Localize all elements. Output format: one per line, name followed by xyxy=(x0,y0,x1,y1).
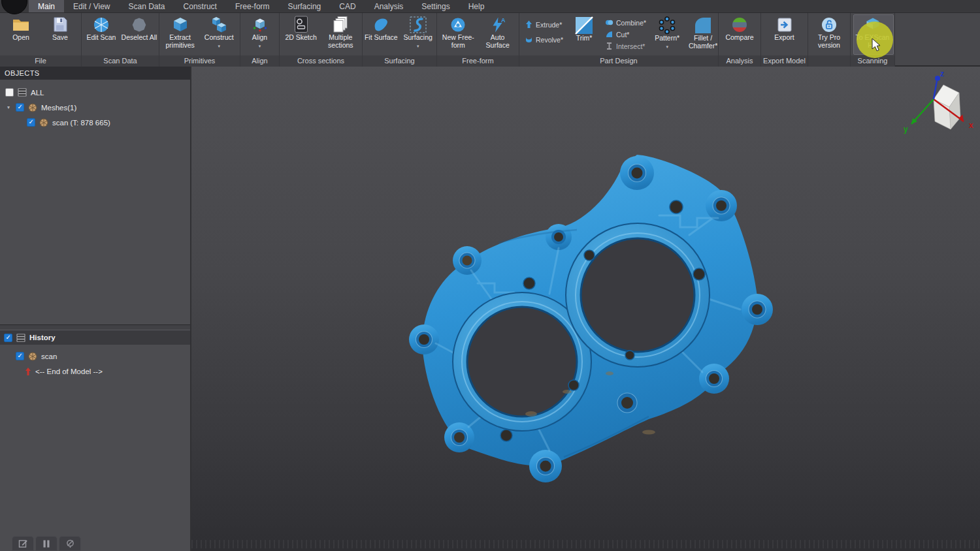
menu-tab-scan-data[interactable]: Scan Data xyxy=(120,0,174,12)
chevron-down-icon xyxy=(666,42,668,50)
scan-checkbox[interactable] xyxy=(27,118,35,127)
record-disabled-button[interactable] xyxy=(59,536,81,551)
menu-tab-cad[interactable]: CAD xyxy=(330,0,365,12)
group-caption-surfacing: Surfacing xyxy=(363,55,436,67)
history-item-scan[interactable]: scan xyxy=(16,349,190,364)
menu-tab-edit-view[interactable]: Edit / View xyxy=(64,0,119,12)
align-cube-icon xyxy=(252,15,269,34)
right-bore xyxy=(566,223,710,367)
menu-tab-free-form[interactable]: Free-form xyxy=(226,0,279,12)
menu-tab-surfacing[interactable]: Surfacing xyxy=(279,0,331,12)
ribbon-group-free-form: New Free-form A Auto Surface Free-form xyxy=(437,13,519,67)
try-pro-version-button[interactable]: Try Pro version xyxy=(811,15,847,50)
ribbon-group-scan-data: Edit Scan Deselect All Scan Data xyxy=(82,13,159,67)
group-caption-primitives: Primitives xyxy=(159,55,240,67)
menu-tab-analysis[interactable]: Analysis xyxy=(365,0,413,12)
surfacing-s-icon xyxy=(410,15,427,34)
pause-button[interactable] xyxy=(35,536,57,551)
menu-tab-construct[interactable]: Construct xyxy=(174,0,226,12)
free-form-recycle-icon xyxy=(449,15,466,34)
menu-tab-settings[interactable]: Settings xyxy=(412,0,459,12)
ribbon-group-surfacing: Fit Surface Surfacing Surfacing xyxy=(363,13,437,67)
compare-icon xyxy=(731,15,748,34)
intersect-icon xyxy=(605,42,613,50)
export-button[interactable]: Export xyxy=(766,15,803,42)
panel-divider[interactable] xyxy=(0,324,190,330)
deselect-all-button[interactable]: Deselect All xyxy=(121,15,157,42)
history-end-marker: <-- End of Model --> xyxy=(16,364,190,379)
extract-primitives-button[interactable]: Extract primitives xyxy=(162,15,199,50)
edit-note-button[interactable] xyxy=(12,536,34,551)
multiple-sections-button[interactable]: Multiple sections xyxy=(322,15,359,50)
construct-cubes-icon xyxy=(210,15,227,34)
group-caption-free-form: Free-form xyxy=(437,55,519,67)
fit-surface-button[interactable]: Fit Surface xyxy=(363,15,399,42)
app-logo-icon[interactable] xyxy=(1,0,27,14)
history-scan-checkbox[interactable] xyxy=(16,352,24,360)
open-button[interactable]: Open xyxy=(3,15,39,42)
all-checkbox[interactable] xyxy=(5,88,14,97)
intersect-button[interactable]: Intersect* xyxy=(605,42,646,50)
3d-viewport[interactable]: z x y xyxy=(191,67,980,551)
tree-expander-icon[interactable]: ▾ xyxy=(5,104,12,110)
edit-scan-icon xyxy=(93,15,110,34)
meshes-checkbox[interactable] xyxy=(16,103,24,112)
main-content: OBJECTS ALL ▾ Meshes(1) scan (T: 878 665… xyxy=(0,67,980,551)
edit-pencil-icon xyxy=(18,539,28,548)
chevron-down-icon xyxy=(218,42,221,50)
group-caption-align: Align xyxy=(240,55,279,67)
menu-tab-help[interactable]: Help xyxy=(459,0,494,12)
end-flag-icon xyxy=(25,367,31,376)
unlock-icon xyxy=(821,15,838,34)
ribbon-group-align: Align Align xyxy=(240,13,280,67)
group-caption-try-pro xyxy=(808,55,850,67)
pattern-dots-icon xyxy=(657,16,677,35)
ribbon-group-export-model: Export Export Model xyxy=(761,13,808,67)
align-button[interactable]: Align xyxy=(242,15,278,50)
ribbon-group-cross-sections: 2D Sketch Multiple sections Cross sectio… xyxy=(280,13,363,67)
sketch-pad-icon xyxy=(293,15,309,34)
mesh-icon xyxy=(39,118,48,127)
axis-triad[interactable]: z x y xyxy=(904,69,973,134)
history-checkbox[interactable] xyxy=(4,334,12,342)
trim-icon xyxy=(574,16,594,35)
cut-button[interactable]: Cut* xyxy=(605,30,646,39)
svg-text:A: A xyxy=(501,16,506,23)
tree-item-scan[interactable]: scan (T: 878 665) xyxy=(5,115,190,130)
new-free-form-button[interactable]: New Free-form xyxy=(440,15,476,50)
compare-button[interactable]: Compare xyxy=(721,15,758,42)
tree-item-meshes[interactable]: ▾ Meshes(1) xyxy=(5,100,190,115)
cut-icon xyxy=(605,30,613,39)
save-button[interactable]: Save xyxy=(42,15,78,42)
left-panel: OBJECTS ALL ▾ Meshes(1) scan (T: 878 665… xyxy=(0,67,191,551)
group-caption-export-model: Export Model xyxy=(761,55,808,67)
2d-sketch-button[interactable]: 2D Sketch xyxy=(283,15,319,42)
stacked-pages-icon xyxy=(332,15,349,34)
objects-panel-title: OBJECTS xyxy=(0,67,190,80)
surfacing-button[interactable]: Surfacing xyxy=(400,15,436,50)
edit-scan-button[interactable]: Edit Scan xyxy=(83,15,120,42)
revolve-button[interactable]: Revolve* xyxy=(525,35,563,44)
group-caption-cross-sections: Cross sections xyxy=(280,55,362,67)
history-header: History xyxy=(0,330,190,345)
deselect-all-icon xyxy=(131,15,148,34)
construct-button[interactable]: Construct xyxy=(201,15,237,50)
group-caption-part-design: Part Design xyxy=(519,55,718,67)
chevron-down-icon xyxy=(417,42,419,50)
scan-mesh-model[interactable]: z x y xyxy=(191,67,979,551)
lightning-bolt-icon: A xyxy=(489,15,506,34)
menu-bar: Main Edit / View Scan Data Construct Fre… xyxy=(0,0,980,13)
pause-icon xyxy=(42,539,50,548)
ribbon-group-primitives: Extract primitives Construct Primitives xyxy=(159,13,240,67)
pattern-button[interactable]: Pattern* xyxy=(653,16,681,50)
menu-tab-main[interactable]: Main xyxy=(29,0,64,12)
history-panel: History scan <-- End of Model --> xyxy=(0,324,190,379)
combine-button[interactable]: Combine* xyxy=(605,18,646,27)
trim-button[interactable]: Trim* xyxy=(570,16,598,42)
auto-surface-button[interactable]: A Auto Surface xyxy=(480,15,516,50)
tree-item-all[interactable]: ALL xyxy=(5,85,190,100)
fillet-chamfer-button[interactable]: Fillet / Chamfer* xyxy=(688,16,718,50)
extrude-button[interactable]: Extrude* xyxy=(525,20,563,29)
application-window: Main Edit / View Scan Data Construct Fre… xyxy=(0,0,980,551)
ribbon-group-analysis: Compare Analysis xyxy=(719,13,761,67)
